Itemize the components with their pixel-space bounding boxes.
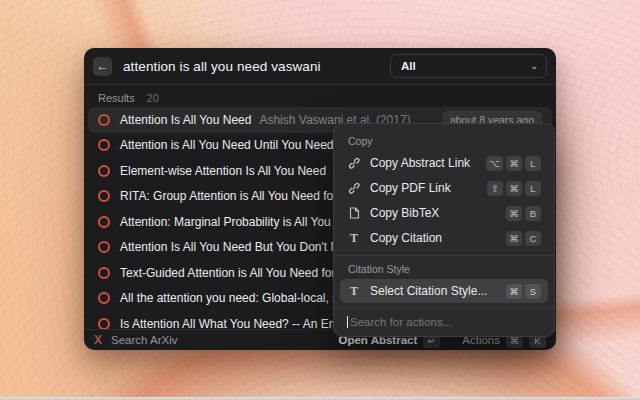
cmd-key-icon: ⌘ bbox=[506, 231, 522, 246]
search-input[interactable]: attention is all you need vaswani bbox=[123, 59, 321, 74]
option-key-icon: ⌥ bbox=[486, 156, 503, 171]
results-label: Results bbox=[98, 92, 135, 104]
menu-item-copy-pdf-link[interactable]: Copy PDF Link ⇧ ⌘ L bbox=[340, 176, 548, 200]
cmd-key-icon: ⌘ bbox=[506, 181, 522, 196]
menu-item-label: Select Citation Style... bbox=[370, 284, 487, 298]
arxiv-result-icon bbox=[98, 139, 110, 151]
text-cursor bbox=[347, 316, 348, 328]
menu-item-label: Copy BibTeX bbox=[370, 206, 439, 220]
link-icon bbox=[347, 157, 361, 169]
actions-search-placeholder: Search for actions... bbox=[350, 316, 452, 328]
arxiv-result-icon bbox=[98, 165, 110, 177]
arxiv-result-icon bbox=[98, 241, 110, 253]
menu-separator bbox=[334, 255, 554, 256]
document-icon bbox=[347, 207, 361, 219]
link-icon bbox=[347, 182, 361, 194]
menu-item-copy-bibtex[interactable]: Copy BibTeX ⌘ B bbox=[340, 201, 548, 225]
arxiv-result-icon bbox=[98, 190, 110, 202]
b-key-icon: B bbox=[525, 206, 541, 221]
arxiv-result-icon bbox=[98, 292, 110, 304]
result-title: Attention Is All You Need bbox=[120, 113, 251, 127]
menu-item-copy-citation[interactable]: T Copy Citation ⌘ C bbox=[340, 226, 548, 250]
arxiv-result-icon bbox=[98, 267, 110, 279]
menu-item-select-citation-style[interactable]: T Select Citation Style... ⌘ S bbox=[340, 279, 548, 303]
menu-section-copy: Copy bbox=[334, 129, 554, 150]
l-key-icon: L bbox=[525, 156, 541, 171]
arxiv-logo-icon: X bbox=[94, 333, 102, 347]
back-arrow-icon: ← bbox=[97, 60, 109, 72]
arxiv-result-icon bbox=[98, 318, 110, 329]
cmd-key-icon: ⌘ bbox=[506, 156, 522, 171]
menu-item-label: Copy Abstract Link bbox=[370, 156, 470, 170]
actions-context-menu: Copy Copy Abstract Link ⌥ ⌘ L Copy PDF L… bbox=[333, 123, 555, 337]
c-key-icon: C bbox=[525, 231, 541, 246]
cmd-key-icon: ⌘ bbox=[506, 206, 522, 221]
cmd-key-icon: ⌘ bbox=[506, 284, 522, 299]
extension-name: Search ArXiv bbox=[111, 334, 177, 346]
menu-section-citation-style: Citation Style bbox=[334, 257, 554, 278]
dropdown-value: All bbox=[401, 60, 416, 72]
text-icon: T bbox=[347, 231, 361, 246]
search-header: ← attention is all you need vaswani All … bbox=[84, 48, 556, 85]
arxiv-result-icon bbox=[98, 114, 110, 126]
menu-item-label: Copy PDF Link bbox=[370, 181, 451, 195]
result-title: Element-wise Attention Is All You Need bbox=[120, 164, 326, 178]
results-count: 20 bbox=[147, 92, 159, 104]
shift-key-icon: ⇧ bbox=[487, 181, 503, 196]
menu-item-copy-abstract-link[interactable]: Copy Abstract Link ⌥ ⌘ L bbox=[340, 151, 548, 175]
l-key-icon: L bbox=[525, 181, 541, 196]
category-dropdown[interactable]: All ⌄ bbox=[390, 54, 547, 78]
chevron-down-icon: ⌄ bbox=[530, 61, 538, 71]
back-button[interactable]: ← bbox=[93, 57, 112, 76]
actions-search-input[interactable]: Search for actions... bbox=[334, 307, 554, 336]
s-key-icon: S bbox=[525, 284, 541, 299]
arxiv-result-icon bbox=[98, 216, 110, 228]
menu-item-label: Copy Citation bbox=[370, 231, 442, 245]
results-section-header: Results20 bbox=[84, 85, 556, 107]
text-icon: T bbox=[347, 284, 361, 299]
